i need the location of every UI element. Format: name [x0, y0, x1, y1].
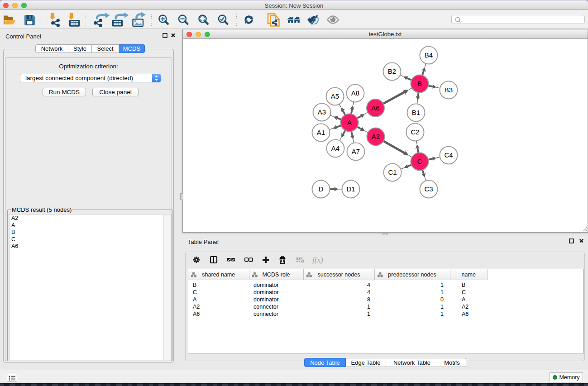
svg-text:A7: A7 — [352, 148, 360, 155]
svg-text:A1: A1 — [317, 129, 325, 136]
svg-text:D1: D1 — [346, 185, 355, 193]
svg-text:A8: A8 — [351, 89, 359, 97]
svg-text:A5: A5 — [331, 92, 339, 100]
svg-text:A6: A6 — [371, 104, 379, 112]
svg-text:D: D — [319, 185, 324, 193]
svg-text:B4: B4 — [425, 51, 433, 59]
svg-text:A3: A3 — [318, 108, 326, 116]
svg-text:B1: B1 — [412, 109, 420, 116]
svg-text:A4: A4 — [331, 144, 339, 152]
svg-text:A: A — [347, 119, 352, 126]
svg-text:C4: C4 — [444, 151, 453, 159]
svg-text:A2: A2 — [372, 133, 380, 140]
svg-text:f(x): f(x) — [312, 256, 323, 264]
svg-text:C1: C1 — [388, 168, 397, 176]
svg-text:C2: C2 — [411, 128, 419, 136]
svg-text:C: C — [417, 157, 422, 165]
svg-text:B2: B2 — [388, 67, 396, 75]
svg-text:B: B — [417, 80, 422, 87]
svg-text:C3: C3 — [424, 185, 433, 193]
svg-text:B3: B3 — [445, 86, 453, 94]
